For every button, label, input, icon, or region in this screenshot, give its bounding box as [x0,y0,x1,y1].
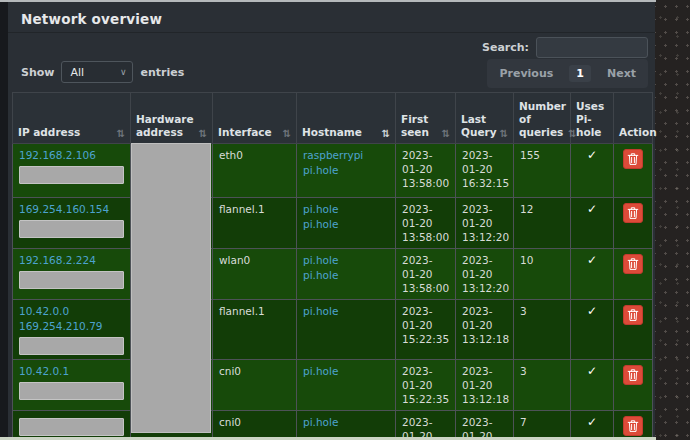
ip-address-link[interactable]: 192.168.2.106 [19,148,124,163]
current-page-button[interactable]: 1 [569,65,591,82]
check-icon: ✓ [577,415,607,429]
column-header-ip-address[interactable]: IP address⇅ [13,93,131,144]
delete-device-button[interactable] [623,254,643,274]
search-label: Search: [482,41,529,54]
hostname-link[interactable]: pi.hole [303,415,389,430]
interface-cell: eth0 [213,144,297,198]
sort-icon: ⇅ [500,128,508,139]
num-queries-cell: 3 [514,360,571,411]
column-label: Action [619,126,657,139]
hostname-cell: pi.holepi.hole [297,249,396,300]
hostname-link[interactable]: pi.hole [303,217,389,232]
hostname-cell: pi.hole [297,360,396,411]
table-row: 192.168.2.106eth0raspberrypipi.hole2023-… [13,144,653,198]
ip-address-cell: 192.168.2.224 [13,249,131,300]
column-label: Interface [218,126,281,139]
column-header-hostname[interactable]: Hostname⇅ [297,93,396,144]
ip-address-link[interactable]: 169.254.160.154 [19,202,124,217]
column-header-number-of-queries[interactable]: Number of queries⇅ [514,93,571,144]
delete-device-button[interactable] [623,365,643,385]
hostname-cell: raspberrypipi.hole [297,144,396,198]
column-header-last-query[interactable]: Last Query⇅ [456,93,514,144]
delete-device-button[interactable] [623,416,643,436]
ip-address-link[interactable]: 169.254.210.79 [19,319,124,334]
check-icon: ✓ [577,148,607,162]
entries-per-page-control: Show All ∨ entries [21,61,184,83]
trash-icon [624,368,642,382]
hostname-link[interactable]: pi.hole [303,163,389,178]
first-seen-cell: 2023-01-20 13:58:00 [396,144,456,198]
hostname-link[interactable]: pi.hole [303,202,389,217]
last-query-cell: 2023-01-20 13:12:18 [456,300,514,360]
redacted-hardware-address-column [131,143,211,433]
column-label: First seen [401,113,440,139]
uses-pihole-cell: ✓ [571,411,614,440]
delete-device-button[interactable] [623,305,643,325]
uses-pihole-cell: ✓ [571,360,614,411]
table-row: cni0pi.hole2023-01-20 13:58:002023-01-20… [13,411,653,440]
column-header-hardware-address[interactable]: Hardware address⇅ [131,93,213,144]
ip-address-cell: 10.42.0.1 [13,360,131,411]
redacted-text-box [19,220,124,238]
action-cell [614,144,653,198]
num-queries-cell: 7 [514,411,571,440]
num-queries-cell: 10 [514,249,571,300]
entries-selected-value: All [70,66,119,79]
column-header-interface[interactable]: Interface⇅ [213,93,297,144]
interface-cell: cni0 [213,360,297,411]
last-query-cell: 2023-01-20 13:12:20 [456,198,514,249]
hostname-link[interactable]: pi.hole [303,364,389,379]
action-cell [614,198,653,249]
entries-label: entries [140,66,184,79]
column-header-uses-pi-hole: Uses Pi-hole [571,93,614,144]
previous-page-button[interactable]: Previous [499,67,553,80]
show-label: Show [21,66,54,79]
hostname-cell: pi.holepi.hole [297,198,396,249]
uses-pihole-cell: ✓ [571,249,614,300]
column-label: Uses Pi-hole [576,100,603,139]
interface-cell: flannel.1 [213,198,297,249]
first-seen-cell: 2023-01-20 13:58:00 [396,198,456,249]
search-input[interactable] [536,37,648,58]
ip-address-link[interactable]: 192.168.2.224 [19,253,124,268]
hostname-link[interactable]: raspberrypi [303,148,389,163]
column-header-first-seen[interactable]: First seen⇅ [396,93,456,144]
ip-address-link[interactable]: 10.42.0.1 [19,364,124,379]
sort-icon: ⇅ [283,128,291,139]
next-page-button[interactable]: Next [607,67,636,80]
table-row: 169.254.160.154flannel.1pi.holepi.hole20… [13,198,653,249]
search-bar: Search: [482,37,648,58]
check-icon: ✓ [577,304,607,318]
table-header-row: IP address⇅Hardware address⇅Interface⇅Ho… [13,93,653,144]
last-query-cell: 2023-01-20 13:12:18 [456,360,514,411]
uses-pihole-cell: ✓ [571,144,614,198]
hostname-link[interactable]: pi.hole [303,268,389,283]
first-seen-cell: 2023-01-20 13:58:00 [396,249,456,300]
column-label: Last Query [461,113,498,139]
panel-header: Network overview [8,0,655,33]
network-overview-panel: Network overview Search: Show All ∨ entr… [8,0,655,440]
hostname-link[interactable]: pi.hole [303,253,389,268]
sort-icon: ⇅ [442,128,450,139]
column-label: Hardware address [136,113,197,139]
column-label: Number of queries [519,100,566,139]
window-top-border [0,0,656,2]
hostname-link[interactable]: pi.hole [303,304,389,319]
network-table-container: IP address⇅Hardware address⇅Interface⇅Ho… [12,92,652,440]
delete-device-button[interactable] [623,149,643,169]
first-seen-cell: 2023-01-20 15:22:35 [396,360,456,411]
trash-icon [624,206,642,220]
ip-address-link[interactable]: 10.42.0.0 [19,304,124,319]
redacted-text-box [19,166,124,184]
num-queries-cell: 155 [514,144,571,198]
redacted-text-box [19,418,124,436]
screenshot-root: Network overview Search: Show All ∨ entr… [0,0,690,440]
table-row: 10.42.0.0169.254.210.79flannel.1pi.hole2… [13,300,653,360]
trash-icon [624,257,642,271]
column-label: IP address [18,126,115,139]
table-row: 192.168.2.224wlan0pi.holepi.hole2023-01-… [13,249,653,300]
trash-icon [624,308,642,322]
delete-device-button[interactable] [623,203,643,223]
num-queries-cell: 12 [514,198,571,249]
entries-per-page-select[interactable]: All ∨ [61,61,133,83]
